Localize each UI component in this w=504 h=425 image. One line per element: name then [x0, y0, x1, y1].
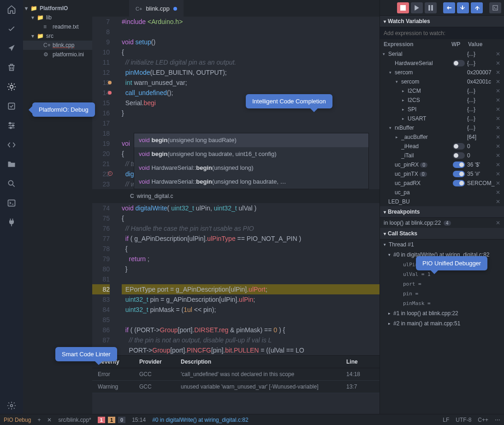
var-row[interactable]: ▾sercom0x42001c✕	[380, 77, 504, 86]
status-lf[interactable]: LF	[443, 417, 449, 423]
watchpoint-toggle[interactable]	[453, 60, 465, 66]
remove-icon[interactable]: ✕	[496, 220, 500, 226]
breakpoint-row[interactable]: in loop() at blink.cpp:22 4✕	[380, 218, 504, 228]
status-file[interactable]: src/blink.cpp*	[58, 417, 91, 423]
watch-input[interactable]	[380, 27, 504, 39]
ac-item[interactable]: void HardwareSerial::begin(unsigned long…	[134, 175, 368, 189]
remove-icon[interactable]: ✕	[495, 60, 501, 66]
ac-item[interactable]: void HardwareSerial::begin(unsigned long…	[134, 161, 368, 175]
var-row[interactable]: ▸_aucBuffer[64]✕	[380, 132, 504, 142]
var-row[interactable]: uc_pinTX 035 '#'✕	[380, 169, 504, 179]
remove-icon[interactable]: ✕	[495, 143, 501, 150]
tab-blink[interactable]: C+ blink.cpp	[129, 0, 184, 17]
folder-icon[interactable]	[6, 159, 17, 170]
var-row[interactable]: ▸SPI{...}✕	[380, 105, 504, 114]
home-icon[interactable]	[6, 4, 17, 15]
var-row[interactable]: _iHead0✕	[380, 142, 504, 151]
callstacks-header[interactable]: ▾Call Stacks	[380, 228, 504, 239]
watchpoint-toggle[interactable]	[453, 171, 465, 177]
tree-item-readme-txt[interactable]: ≡readme.txt	[23, 22, 92, 31]
remove-icon[interactable]: ✕	[495, 115, 501, 122]
status-more[interactable]: ⋯	[495, 417, 500, 423]
play-button[interactable]	[411, 2, 423, 13]
status-add[interactable]: +	[37, 417, 41, 423]
terminal-icon[interactable]	[6, 198, 17, 209]
gear-icon[interactable]	[6, 400, 17, 411]
thread-row[interactable]: ▾Thread #1	[380, 239, 504, 250]
status-diagnostics[interactable]: 1 1 0	[98, 417, 125, 423]
tree-root[interactable]: ▾📁PlatformIO	[23, 4, 92, 13]
tab-wiring[interactable]: C wiring_digital.c	[125, 191, 178, 201]
status-close[interactable]: ✕	[47, 417, 52, 423]
breakpoints-header[interactable]: ▾Breakpoints	[380, 206, 504, 218]
remove-icon[interactable]: ✕	[495, 69, 501, 76]
watchpoint-toggle[interactable]	[453, 152, 465, 159]
watchpoint-toggle[interactable]	[453, 162, 465, 168]
ac-item[interactable]: void begin(unsigned long baudRate)	[134, 133, 368, 147]
error-marker[interactable]	[108, 91, 112, 95]
tree-item-platformio-ini[interactable]: ⚙platformio.ini	[23, 50, 92, 59]
var-row[interactable]: uc_pa✕	[380, 188, 504, 197]
status-frame[interactable]: #0 in digitalWrite() at wiring_digital.c…	[152, 417, 249, 423]
remove-icon[interactable]: ✕	[495, 171, 501, 177]
var-row[interactable]: ▸I2CS{...}✕	[380, 96, 504, 105]
autocomplete-popup[interactable]: void begin(unsigned long baudRate)void b…	[134, 133, 369, 189]
trash-icon[interactable]	[6, 62, 17, 73]
lint-h-line[interactable]: Line	[346, 359, 374, 365]
sliders-icon[interactable]	[6, 120, 17, 131]
remove-icon[interactable]: ✕	[495, 180, 501, 186]
step-into-button[interactable]	[457, 2, 469, 13]
tree-item-lib[interactable]: ▾📁lib	[23, 13, 92, 22]
watch-header[interactable]: ▾Watch Variables	[380, 16, 504, 27]
status-cursor[interactable]: 15:14	[132, 417, 146, 423]
var-row[interactable]: ▸USART{...}✕	[380, 114, 504, 123]
tree-item-src[interactable]: ▾📁src	[23, 31, 92, 41]
test-icon[interactable]	[6, 101, 17, 112]
remove-icon[interactable]: ✕	[495, 162, 501, 168]
var-row[interactable]: LED_BU✕	[380, 197, 504, 206]
remove-icon[interactable]: ✕	[495, 97, 501, 103]
status-lang[interactable]: C++	[478, 417, 488, 423]
watchpoint-toggle[interactable]	[453, 180, 465, 186]
remove-icon[interactable]: ✕	[495, 198, 501, 205]
remove-icon[interactable]: ✕	[495, 106, 501, 113]
code-icon[interactable]	[6, 139, 17, 150]
status-enc[interactable]: UTF-8	[456, 417, 471, 423]
step-over-button[interactable]	[443, 2, 455, 13]
var-row[interactable]: HardwareSerial{...}✕	[380, 59, 504, 68]
var-row[interactable]: _iTail0✕	[380, 151, 504, 160]
stack-frame[interactable]: ▸#1 in loop() at blink.cpp:22	[380, 308, 504, 318]
var-row[interactable]: ▾sercom0x200007✕	[380, 68, 504, 77]
var-row[interactable]: uc_pinRX 036 '$'✕	[380, 160, 504, 169]
var-row[interactable]: ▾Serial{...}✕	[380, 49, 504, 59]
status-pio-debug[interactable]: PIO Debug	[4, 417, 31, 423]
upload-icon[interactable]	[6, 42, 17, 54]
warning-marker[interactable]	[108, 81, 112, 84]
var-row[interactable]: uc_padRXSERCOM_✕	[380, 179, 504, 188]
plug-icon[interactable]	[6, 217, 17, 228]
watchpoint-toggle[interactable]	[453, 143, 465, 150]
ac-item[interactable]: void begin(unsigned long baudrate, uint1…	[134, 147, 368, 161]
tree-item-blink-cpp[interactable]: C+blink.cpp	[23, 41, 92, 50]
stack-frame[interactable]: ▸#2 in main() at main.cpp:51	[380, 318, 504, 329]
lint-h-provider[interactable]: Provider	[139, 359, 181, 365]
editor-2[interactable]: 747576777879808182838485868788 void digi…	[92, 203, 379, 355]
lint-h-description[interactable]: Description	[181, 359, 346, 365]
lint-row[interactable]: ErrorGCC'call_undefined' was not declare…	[92, 368, 379, 381]
lint-row[interactable]: WarningGCCunused variable 'warn_unused_v…	[92, 381, 379, 393]
remove-icon[interactable]: ✕	[495, 189, 501, 196]
remove-icon[interactable]: ✕	[495, 125, 501, 131]
step-out-button[interactable]	[471, 2, 483, 13]
search-icon[interactable]	[6, 178, 17, 189]
remove-icon[interactable]: ✕	[495, 134, 501, 140]
remove-icon[interactable]: ✕	[495, 152, 501, 159]
remove-icon[interactable]: ✕	[495, 78, 501, 85]
var-row[interactable]: ▾rxBuffer{...}✕	[380, 123, 504, 132]
check-icon[interactable]	[6, 23, 17, 34]
editor-1[interactable]: 7891011121314151617181920212223 i #inclu…	[92, 17, 379, 189]
console-button[interactable]	[489, 2, 501, 13]
remove-icon[interactable]: ✕	[495, 88, 501, 94]
bug-icon[interactable]	[6, 81, 17, 92]
breakpoint-marker[interactable]: i	[108, 171, 113, 176]
pause-button[interactable]	[425, 2, 437, 13]
